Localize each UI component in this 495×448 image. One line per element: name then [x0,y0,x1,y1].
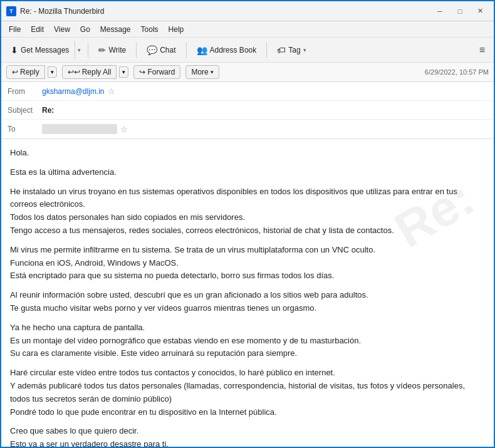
get-messages-label: Get Messages [21,46,69,55]
reply-all-icon: ↩↩ [68,68,80,76]
menu-file[interactable]: File [4,23,26,36]
tag-icon: 🏷 [277,45,286,55]
email-body-container[interactable]: Re: Hola. Esta es la última advertencia.… [1,139,494,448]
to-address-redacted [42,124,117,134]
toolbar-sep-4 [266,43,267,58]
action-buttons: ↩ Reply ▾ ↩↩ Reply All ▾ ↪ Forward More … [6,65,219,79]
get-messages-icon: ⬇ [11,45,18,55]
forward-button[interactable]: ↪ Forward [133,65,180,79]
to-value-container: ☆ [42,124,487,134]
body-para-6: Haré circular este vídeo entre todos tus… [10,367,485,419]
menubar: File Edit View Go Message Tools Help [1,21,494,38]
address-book-button[interactable]: 👥 Address Book [191,42,263,58]
body-para-3: Mi virus me permite infiltrarme en tu si… [10,244,485,283]
to-star-icon[interactable]: ☆ [120,125,128,134]
reply-label: Reply [20,68,39,76]
titlebar-left: T Re: - Mozilla Thunderbird [6,6,105,16]
email-date: 6/29/2022, 10:57 PM [425,68,489,76]
from-star-icon[interactable]: ☆ [108,86,115,96]
menu-go[interactable]: Go [75,23,95,36]
titlebar: T Re: - Mozilla Thunderbird ─ □ ✕ [1,1,494,21]
from-label: From [8,87,42,96]
body-para-2: He instalado un virus troyano en tus sis… [10,185,485,237]
write-icon: ✏ [98,45,106,55]
toolbar-sep-2 [136,43,137,58]
address-book-icon: 👥 [197,45,207,55]
subject-row: Subject Re: [1,101,494,120]
reply-all-label: Reply All [82,68,112,76]
from-row: From gksharma@dljm.in ☆ [1,82,494,101]
email-header: ↩ Reply ▾ ↩↩ Reply All ▾ ↪ Forward More … [1,63,494,139]
forward-label: Forward [147,68,175,76]
tag-label: Tag [288,46,300,55]
chat-label: Chat [160,46,175,55]
body-para-4: Al reunir información sobre usted, descu… [10,289,485,315]
menu-help[interactable]: Help [164,23,189,36]
reply-icon: ↩ [12,68,18,76]
to-row: To ☆ [1,120,494,138]
menu-message[interactable]: Message [95,23,136,36]
address-book-label: Address Book [210,46,257,55]
subject-label: Subject [8,106,42,115]
subject-value: Re: [42,106,487,115]
email-body: Hola. Esta es la última advertencia. He … [10,147,485,448]
toolbar-sep-3 [186,43,187,58]
reply-all-button[interactable]: ↩↩ Reply All [62,65,117,79]
get-messages-button[interactable]: ⬇ Get Messages [5,42,75,58]
app-icon: T [6,6,16,16]
chat-icon: 💬 [147,45,157,55]
to-label: To [8,125,42,133]
forward-icon: ↪ [139,68,145,76]
body-para-5: Ya he hecho una captura de pantalla. Es … [10,321,485,360]
minimize-button[interactable]: ─ [431,4,449,18]
close-button[interactable]: ✕ [471,4,489,18]
body-para-7: Creo que sabes lo que quiero decir. Esto… [10,425,485,448]
maximize-button[interactable]: □ [451,4,469,18]
more-button[interactable]: More ▾ [185,65,219,79]
toolbar: ⬇ Get Messages ▾ ✏ Write 💬 Chat 👥 Addres… [1,38,494,63]
menu-tools[interactable]: Tools [136,23,164,36]
write-button[interactable]: ✏ Write [93,42,132,58]
body-para-0: Hola. [10,147,485,160]
menu-edit[interactable]: Edit [26,23,49,36]
titlebar-controls: ─ □ ✕ [431,4,489,18]
window-title: Re: - Mozilla Thunderbird [20,7,105,16]
more-label: More [191,68,208,76]
action-row: ↩ Reply ▾ ↩↩ Reply All ▾ ↪ Forward More … [1,63,494,82]
body-para-1: Esta es la última advertencia. [10,166,485,179]
from-value-container: gksharma@dljm.in ☆ [42,86,487,96]
from-address: gksharma@dljm.in [42,87,105,96]
menu-view[interactable]: View [49,23,75,36]
reply-all-dropdown-arrow[interactable]: ▾ [119,66,128,78]
more-dropdown-arrow: ▾ [211,69,214,75]
write-label: Write [108,46,126,55]
get-messages-dropdown[interactable]: ▾ [75,41,83,59]
reply-dropdown-arrow[interactable]: ▾ [48,66,57,78]
hamburger-menu-button[interactable]: ≡ [474,42,490,58]
tag-dropdown-arrow: ▾ [303,47,306,53]
toolbar-sep-1 [88,43,88,58]
reply-button[interactable]: ↩ Reply [6,65,45,79]
chat-button[interactable]: 💬 Chat [141,42,181,58]
tag-button[interactable]: 🏷 Tag ▾ [271,42,311,58]
